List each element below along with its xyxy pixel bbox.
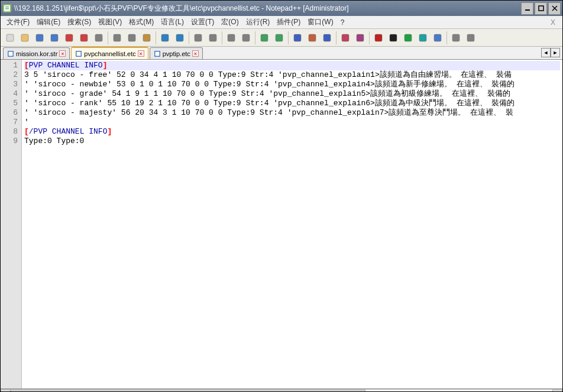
- macro-play-multi-icon[interactable]: [416, 31, 430, 45]
- svg-rect-13: [80, 34, 88, 41]
- menu-plugins[interactable]: 插件(P): [273, 16, 304, 28]
- replace-icon[interactable]: [206, 31, 220, 45]
- svg-rect-3: [5, 8, 9, 9]
- scroll-left-button[interactable]: ◄: [1, 390, 11, 392]
- save-all-icon[interactable]: [47, 31, 62, 45]
- lang-panel-icon[interactable]: [338, 31, 352, 45]
- doc-map-icon[interactable]: [353, 31, 367, 45]
- save-icon[interactable]: [33, 31, 47, 45]
- macro-stop-icon[interactable]: [386, 31, 400, 45]
- menu-format[interactable]: 格式(M): [125, 16, 157, 28]
- zoom-in-icon[interactable]: [224, 31, 238, 45]
- plugin2-icon[interactable]: [464, 31, 478, 45]
- code-line[interactable]: ' 'siroco - rank' 55 10 19 2 1 10 70 0 0…: [24, 99, 560, 108]
- show-all-chars-icon[interactable]: [305, 31, 319, 45]
- line-number: 8: [2, 127, 18, 137]
- svg-rect-19: [176, 34, 183, 41]
- tab-close-button[interactable]: ×: [192, 50, 199, 57]
- menu-language[interactable]: 语言(L): [157, 16, 187, 28]
- svg-rect-18: [161, 34, 169, 41]
- tab-scroll-right-button[interactable]: ►: [551, 48, 560, 57]
- zoom-out-icon[interactable]: [239, 31, 253, 45]
- line-number-gutter: 123456789: [1, 60, 22, 388]
- line-number: 9: [2, 137, 18, 146]
- menubar: 文件(F) 编辑(E) 搜索(S) 视图(V) 格式(M) 语言(L) 设置(T…: [1, 16, 562, 29]
- document-tab[interactable]: mission.kor.str×: [3, 47, 70, 59]
- svg-rect-10: [36, 34, 43, 41]
- menu-search[interactable]: 搜索(S): [64, 16, 95, 28]
- open-file-icon[interactable]: [18, 31, 32, 45]
- code-line[interactable]: ' 'siroco - grade' 54 1 9 1 1 10 70 0 0 …: [24, 89, 560, 99]
- document-tab[interactable]: pvpchannellist.etc×: [71, 47, 148, 59]
- scrollbar-track[interactable]: [11, 390, 552, 392]
- sync-h-icon[interactable]: [272, 31, 286, 45]
- macro-play-icon[interactable]: [401, 31, 415, 45]
- svg-rect-5: [539, 6, 543, 11]
- indent-guide-icon[interactable]: [320, 31, 334, 45]
- menu-file[interactable]: 文件(F): [3, 16, 33, 28]
- macro-save-icon[interactable]: [431, 31, 445, 45]
- tab-close-button[interactable]: ×: [138, 50, 144, 57]
- code-line[interactable]: ': [24, 118, 560, 127]
- document-tabbar: mission.kor.str×pvpchannellist.etc×pvpti…: [1, 47, 562, 60]
- menu-view[interactable]: 视图(V): [95, 16, 125, 28]
- svg-rect-21: [209, 34, 216, 41]
- scroll-right-button[interactable]: ►: [552, 390, 562, 392]
- svg-rect-22: [228, 34, 235, 41]
- file-icon: [75, 50, 82, 57]
- code-line[interactable]: ' 'siroco - majesty' 56 20 34 3 1 10 70 …: [24, 108, 560, 118]
- line-number: 2: [2, 70, 18, 80]
- new-file-icon[interactable]: [3, 31, 17, 45]
- tab-scroll-left-button[interactable]: ◄: [541, 48, 551, 57]
- horizontal-scrollbar[interactable]: ◄ ►: [1, 389, 562, 392]
- tab-close-button[interactable]: ×: [59, 50, 66, 57]
- menu-macro[interactable]: 宏(O): [218, 16, 242, 28]
- line-number: 1: [2, 61, 18, 70]
- redo-icon[interactable]: [173, 31, 187, 45]
- menu-settings[interactable]: 设置(T): [187, 16, 218, 28]
- minimize-button[interactable]: [521, 2, 533, 15]
- plugin1-icon[interactable]: [449, 31, 463, 45]
- svg-rect-29: [342, 34, 349, 41]
- svg-rect-23: [242, 34, 250, 41]
- code-line[interactable]: [PVP CHANNEL INFO]: [24, 61, 560, 70]
- paste-icon[interactable]: [140, 31, 154, 45]
- document-tab[interactable]: pvptip.etc×: [150, 47, 203, 59]
- undo-icon[interactable]: [158, 31, 172, 45]
- svg-rect-12: [66, 34, 73, 41]
- line-number: 6: [2, 108, 18, 118]
- wordwrap-icon[interactable]: [290, 31, 305, 45]
- code-text-area[interactable]: [PVP CHANNEL INFO]3 5 'siroco - free' 52…: [22, 60, 562, 388]
- svg-rect-39: [9, 51, 13, 56]
- svg-rect-27: [309, 34, 316, 41]
- svg-rect-14: [95, 34, 102, 41]
- sync-v-icon[interactable]: [257, 31, 271, 45]
- macro-record-icon[interactable]: [371, 31, 386, 45]
- code-line[interactable]: Type:0 Type:0: [24, 137, 560, 146]
- line-number: 4: [2, 89, 18, 99]
- copy-icon[interactable]: [125, 31, 139, 45]
- close-window-button[interactable]: [548, 2, 561, 15]
- close-all-icon[interactable]: [77, 31, 91, 45]
- menu-edit[interactable]: 编辑(E): [33, 16, 64, 28]
- scrollbar-thumb[interactable]: [11, 390, 365, 392]
- code-line[interactable]: [/PVP CHANNEL INFO]: [24, 127, 560, 137]
- tab-label: pvpchannellist.etc: [84, 50, 135, 57]
- cut-icon[interactable]: [110, 31, 124, 45]
- print-icon[interactable]: [92, 31, 106, 45]
- svg-rect-16: [128, 34, 135, 41]
- maximize-button[interactable]: [535, 2, 547, 15]
- app-icon: [2, 4, 12, 13]
- code-line[interactable]: 3 5 'siroco - free' 52 0 34 4 1 10 70 0 …: [24, 70, 560, 80]
- svg-rect-43: [155, 51, 159, 56]
- close-icon[interactable]: [62, 31, 76, 45]
- menu-window[interactable]: 窗口(W): [304, 16, 336, 28]
- menu-help[interactable]: ?: [337, 17, 348, 28]
- line-number: 7: [2, 118, 18, 127]
- file-icon: [7, 50, 14, 57]
- find-icon[interactable]: [191, 31, 205, 45]
- menu-run[interactable]: 运行(R): [242, 16, 274, 28]
- code-line[interactable]: ' 'siroco - newbie' 53 0 1 0 1 10 70 0 0…: [24, 80, 560, 89]
- editor-area[interactable]: 123456789 [PVP CHANNEL INFO]3 5 'siroco …: [1, 60, 562, 389]
- menubar-close-icon[interactable]: X: [546, 17, 560, 28]
